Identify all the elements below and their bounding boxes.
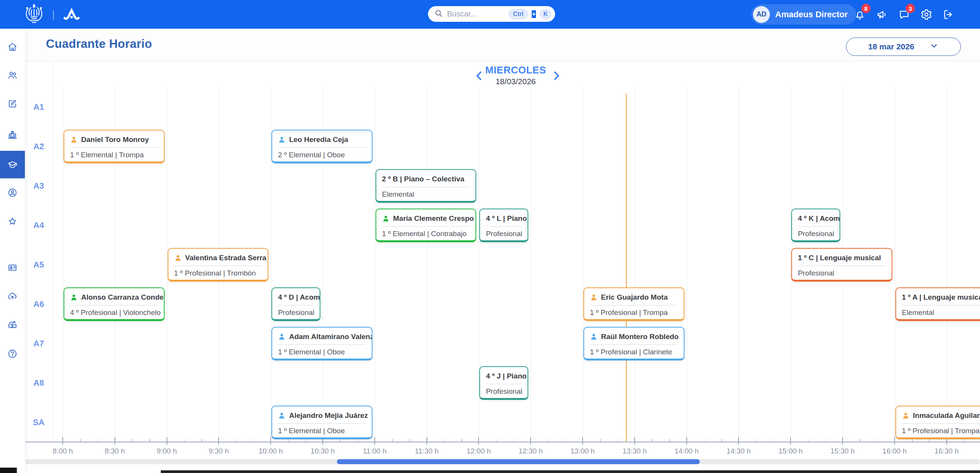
- schedule-card[interactable]: Raúl Montero Robledo 1 º Profesional | C…: [583, 327, 684, 360]
- day-header: MIERCOLES 18/03/2026: [439, 64, 592, 86]
- schedule-card[interactable]: María Clemente Crespo 1 º Elemental | Co…: [376, 209, 477, 242]
- axis-tick: [790, 437, 791, 445]
- schedule-card[interactable]: 2 º B | Piano – Colectiva Elemental: [376, 169, 477, 203]
- schedule-card[interactable]: 1 º C | Lenguaje musical Profesional: [791, 248, 892, 282]
- schedule-card[interactable]: Alejandro Mejía Juárez 1 º Elemental | O…: [271, 406, 372, 439]
- grid-line: [635, 87, 635, 442]
- sidebar-item-cloud-upload[interactable]: [0, 284, 25, 308]
- schedule-card[interactable]: Adam Altamirano Valenzuela 1 º Elemental…: [271, 327, 372, 360]
- user-menu[interactable]: AD Amadeus Director: [751, 4, 856, 24]
- event-subtitle: 1 º Elemental | Oboe: [278, 348, 366, 356]
- event-subtitle: 1 º Elemental | Trompa: [70, 151, 158, 159]
- room-label-a5: A5: [25, 260, 52, 270]
- chevron-down-icon: [929, 41, 939, 52]
- date-selector-label: 18 mar 2026: [868, 42, 914, 51]
- top-navbar: | Buscar... Ctrl + K AD Amadeus Director: [0, 0, 980, 29]
- person-icon: [902, 412, 910, 419]
- person-icon: [278, 412, 286, 419]
- axis-time-label: 10:00 h: [252, 447, 290, 455]
- person-icon: [590, 333, 598, 341]
- card-divider: [278, 305, 314, 305]
- event-title: Inmaculada Aguilar Piña: [913, 411, 980, 420]
- grid-line: [947, 87, 947, 442]
- person-icon: [174, 254, 182, 262]
- event-subtitle: 2 º Elemental | Oboe: [278, 151, 366, 159]
- axis-tick: [738, 437, 739, 445]
- axis-tick: [62, 437, 63, 445]
- card-divider: [382, 226, 470, 227]
- card-divider: [382, 187, 470, 187]
- announcements-button[interactable]: [876, 8, 888, 21]
- sidebar-item-contact-card[interactable]: [0, 255, 25, 280]
- axis-time-label: 10:30 h: [304, 447, 342, 455]
- schedule-card[interactable]: Valentina Estrada Serra 1 º Profesional …: [168, 248, 269, 282]
- event-title: 4 º L | Piano compl: [486, 214, 528, 223]
- event-title: 1 º C | Lenguaje musical: [798, 254, 881, 262]
- time-axis-line: [25, 442, 980, 442]
- sidebar-item-schedule[interactable]: [0, 151, 25, 178]
- avatar: AD: [753, 6, 770, 23]
- grid-line: [427, 87, 427, 442]
- axis-tick: [426, 437, 427, 445]
- event-title: Alonso Carranza Conde: [81, 293, 163, 302]
- horizontal-scrollbar-track[interactable]: [25, 459, 980, 464]
- schedule-card[interactable]: Daniel Toro Monroy 1 º Elemental | Tromp…: [64, 130, 165, 163]
- sidebar-item-registration[interactable]: [0, 91, 25, 116]
- axis-time-label: 11:30 h: [408, 447, 446, 455]
- date-selector[interactable]: 18 mar 2026: [846, 38, 961, 56]
- schedule-card[interactable]: 4 º J | Piano compl Profesional: [479, 366, 528, 400]
- sidebar-item-help[interactable]: [0, 341, 25, 366]
- notifications-button[interactable]: 8: [854, 8, 866, 21]
- notification-badge: 8: [861, 4, 871, 13]
- schedule-card[interactable]: Leo Heredia Ceja 2 º Elemental | Oboe: [271, 130, 372, 163]
- sidebar-item-home[interactable]: [0, 34, 25, 59]
- event-subtitle: Profesional: [278, 308, 314, 317]
- sidebar-item-students[interactable]: [0, 63, 25, 87]
- user-circle-icon: [7, 188, 18, 198]
- event-title: 4 º J | Piano compl: [486, 372, 528, 380]
- axis-tick: [842, 437, 843, 445]
- schedule-card[interactable]: 4 º K | Acompañar Profesional: [791, 209, 840, 242]
- star-icon: [7, 216, 18, 227]
- event-title: 2 º B | Piano – Colectiva: [382, 175, 464, 183]
- event-subtitle: 1 º Profesional | Trompa: [902, 427, 980, 435]
- grid-line: [63, 87, 63, 442]
- card-divider: [590, 344, 678, 345]
- grid-line: [583, 87, 583, 442]
- event-title: Raúl Montero Robledo: [601, 333, 679, 341]
- settings-button[interactable]: [920, 8, 933, 21]
- axis-time-label: 9:00 h: [148, 447, 186, 455]
- app-window: | Buscar... Ctrl + K AD Amadeus Director: [0, 0, 980, 473]
- schedule-card[interactable]: Inmaculada Aguilar Piña 1 º Profesional …: [895, 406, 980, 439]
- axis-time-label: 13:30 h: [616, 447, 654, 455]
- sidebar-item-profile[interactable]: [0, 180, 25, 205]
- users-icon: [7, 70, 18, 80]
- card-divider: [70, 305, 158, 305]
- shortcut-k-key: K: [540, 9, 551, 19]
- previous-day-button[interactable]: [473, 69, 486, 82]
- card-divider: [486, 384, 522, 384]
- event-title: 1 º A | Lenguaje musical: [902, 293, 980, 302]
- logout-button[interactable]: [942, 8, 955, 21]
- next-day-button[interactable]: [550, 69, 563, 82]
- grid-line: [687, 87, 687, 442]
- schedule-card[interactable]: 4 º L | Piano compl Profesional: [479, 209, 528, 242]
- sidebar-nav: [0, 29, 25, 473]
- person-icon: [278, 333, 286, 341]
- event-title: Daniel Toro Monroy: [81, 135, 149, 144]
- axis-time-label: 12:00 h: [459, 447, 498, 455]
- schedule-card[interactable]: 1 º A | Lenguaje musical Elemental: [895, 287, 980, 321]
- search-input[interactable]: Buscar... Ctrl + K: [428, 6, 555, 22]
- schedule-card[interactable]: Eric Guajardo Mota 1 º Profesional | Tro…: [583, 287, 684, 321]
- sidebar-item-finance[interactable]: [0, 312, 25, 337]
- schedule-card[interactable]: 4 º D | Acompañar Profesional: [271, 287, 320, 321]
- schedule-card[interactable]: Alonso Carranza Conde 4 º Profesional | …: [64, 287, 165, 321]
- sidebar-item-school[interactable]: [0, 122, 25, 147]
- sidebar-item-favorites[interactable]: [0, 209, 25, 233]
- messages-button[interactable]: 3: [898, 8, 910, 21]
- event-title: Eric Guajardo Mota: [601, 293, 668, 302]
- edit-icon: [7, 98, 18, 109]
- card-divider: [590, 305, 678, 305]
- event-title: Valentina Estrada Serra: [185, 254, 266, 262]
- horizontal-scrollbar-thumb[interactable]: [337, 459, 700, 464]
